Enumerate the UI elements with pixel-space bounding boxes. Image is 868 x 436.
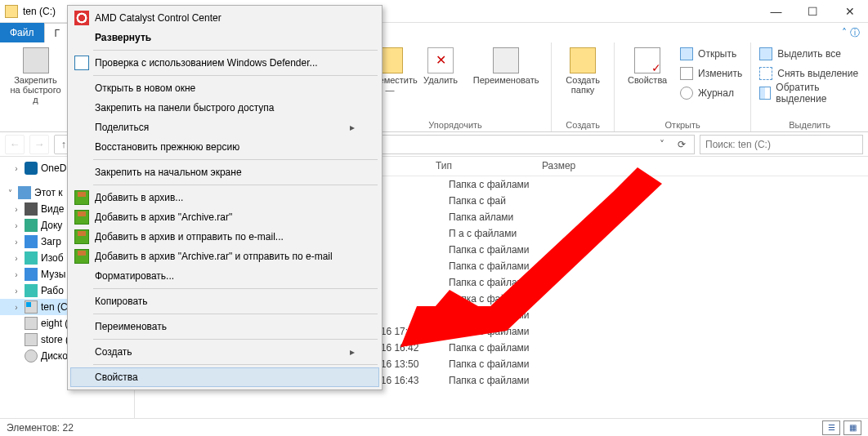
pin-quick-button[interactable]: Закрепить на быстрого д [8, 46, 63, 105]
close-button[interactable]: ✕ [831, 0, 868, 22]
address-dropdown-button[interactable]: ˅ [653, 136, 671, 153]
ctx-add-archive-rar[interactable]: Добавить в архив "Archive.rar" [70, 207, 379, 227]
history-icon [680, 87, 693, 100]
video-icon [25, 202, 38, 216]
status-bar: Элементов: 22 ☰ ▦ [0, 418, 868, 436]
status-count: Элементов: 22 [7, 422, 74, 434]
history-button[interactable]: Журнал [680, 85, 742, 101]
col-type[interactable]: Тип [429, 157, 535, 176]
group-open-label: Открыть [623, 118, 742, 130]
chevron-right-icon: ▸ [350, 346, 355, 358]
drive-e-icon [25, 333, 38, 346]
winrar-icon [74, 210, 89, 225]
refresh-button[interactable]: ⟳ [673, 136, 691, 153]
pc-icon [18, 186, 31, 199]
properties-icon [634, 47, 660, 73]
properties-button[interactable]: Свойства [623, 46, 672, 85]
ctx-defender[interactable]: Проверка с использованием Windows Defend… [70, 53, 379, 73]
ctx-format[interactable]: Форматировать... [70, 266, 379, 286]
select-invert-icon [759, 87, 771, 100]
select-all-button[interactable]: Выделить все [759, 46, 860, 62]
group-select-label: Выделить [759, 118, 860, 130]
maximize-button[interactable]: ☐ [794, 0, 831, 22]
winrar-icon [74, 249, 89, 264]
ribbon-collapse-button[interactable]: ˄ [842, 27, 847, 38]
edit-icon [680, 67, 693, 80]
minimize-button[interactable]: — [758, 0, 794, 22]
ctx-copy[interactable]: Копировать [70, 291, 379, 311]
open-button[interactable]: Открыть [680, 46, 742, 62]
pictures-icon [25, 251, 38, 265]
ctx-open-new-window[interactable]: Открыть в новом окне [70, 78, 379, 98]
documents-icon [25, 219, 38, 232]
select-invert-button[interactable]: Обратить выделение [759, 85, 860, 101]
ctx-expand[interactable]: Развернуть [70, 28, 379, 47]
amd-icon [74, 11, 89, 25]
col-size[interactable]: Размер [535, 157, 601, 176]
help-button[interactable]: ⓘ [850, 26, 860, 40]
rename-button[interactable]: Переименовать [469, 46, 543, 85]
group-new-label: Создать [560, 118, 606, 130]
edit-button[interactable]: Изменить [680, 65, 742, 82]
delete-button[interactable]: Удалить [420, 46, 461, 85]
select-none-icon [759, 67, 772, 80]
new-folder-button[interactable]: Создать папку [560, 46, 606, 95]
window-title: ten (C:) [23, 6, 56, 17]
ctx-amd[interactable]: AMD Catalyst Control Center [70, 8, 379, 28]
ctx-pin-start[interactable]: Закрепить на начальном экране [70, 162, 379, 182]
chevron-right-icon: ▸ [350, 122, 355, 133]
search-input[interactable] [700, 135, 863, 154]
group-organize-label: Упорядочить [368, 118, 543, 130]
ctx-share[interactable]: Поделиться▸ [70, 118, 379, 137]
onedrive-icon [25, 162, 38, 175]
drive-icon [5, 5, 18, 18]
view-icons-button[interactable]: ▦ [843, 420, 861, 435]
ctx-properties[interactable]: Свойства [70, 367, 379, 387]
select-none-button[interactable]: Снять выделение [759, 65, 860, 82]
ctx-add-archive[interactable]: Добавить в архив... [70, 188, 379, 207]
view-details-button[interactable]: ☰ [822, 420, 840, 435]
open-icon [680, 47, 693, 60]
new-folder-icon [570, 47, 596, 73]
winrar-icon [74, 190, 89, 205]
drive-d-icon [25, 317, 38, 330]
downloads-icon [25, 235, 38, 248]
tab-file[interactable]: Файл [0, 23, 44, 42]
music-icon [25, 268, 38, 281]
pin-icon [23, 47, 49, 73]
desktop-icon [25, 284, 38, 297]
drive-c-icon [25, 300, 38, 314]
ctx-create[interactable]: Создать▸ [70, 342, 379, 362]
winrar-icon [74, 229, 89, 244]
delete-icon [427, 47, 454, 73]
select-all-icon [759, 47, 772, 60]
ctx-rename[interactable]: Переименовать [70, 317, 379, 336]
nav-forward-button[interactable]: → [29, 135, 49, 154]
nav-back-button[interactable]: ← [5, 135, 25, 154]
defender-icon [74, 56, 89, 70]
context-menu: AMD Catalyst Control Center Развернуть П… [67, 5, 383, 390]
ctx-add-archive-email[interactable]: Добавить в архив и отправить по e-mail..… [70, 227, 379, 247]
ctx-restore-version[interactable]: Восстановить прежнюю версию [70, 137, 379, 157]
dvd-icon [25, 349, 38, 363]
ctx-pin-quick[interactable]: Закрепить на панели быстрого доступа [70, 98, 379, 118]
ctx-add-archive-rar-email[interactable]: Добавить в архив "Archive.rar" и отправи… [70, 247, 379, 266]
rename-icon [493, 47, 519, 73]
